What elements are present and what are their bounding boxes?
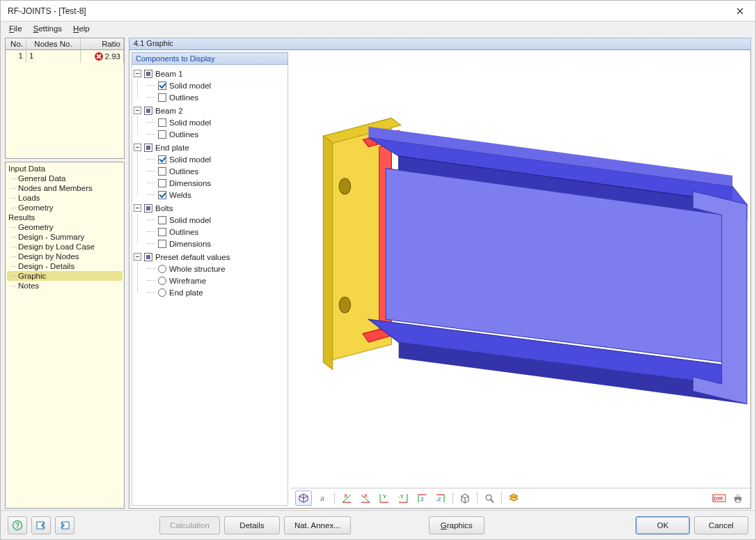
label-bolts[interactable]: Bolts [155, 204, 173, 213]
details-button[interactable]: Details [224, 516, 280, 534]
checkbox-bolts-outlines[interactable] [158, 228, 166, 236]
checkbox-bolts-dims[interactable] [158, 240, 166, 248]
cancel-button[interactable]: Cancel [694, 516, 748, 534]
checkbox-beam2-outlines[interactable] [158, 130, 166, 139]
nav-tree[interactable]: Input Data General Data Nodes and Member… [5, 162, 125, 509]
radio-whole-structure[interactable] [158, 265, 166, 273]
expander-icon[interactable] [134, 107, 141, 114]
radio-wireframe[interactable] [158, 277, 166, 285]
results-grid[interactable]: No. Nodes No. Ratio 1 1 2.93 [5, 38, 125, 159]
menu-help[interactable]: Help [69, 23, 94, 34]
calculation-button[interactable]: Calculation [159, 516, 220, 534]
cell-ratio: 2.93 [81, 50, 124, 63]
btn-dxf-export[interactable]: DXF [711, 491, 727, 506]
btn-text-tool[interactable]: a [314, 491, 331, 506]
checkbox-beam2-solid[interactable] [158, 118, 166, 127]
ok-button[interactable]: OK [636, 516, 690, 534]
nav-item-geometry[interactable]: Geometry [7, 203, 123, 213]
checkbox-beam2[interactable] [144, 107, 152, 115]
ratio-value: 2.93 [105, 52, 120, 61]
checkbox-presets[interactable] [144, 253, 152, 261]
menu-file[interactable]: File [5, 23, 26, 34]
label-beam1-solid[interactable]: Solid model [169, 82, 211, 90]
menu-settings[interactable]: Settings [29, 23, 67, 34]
prev-button[interactable] [31, 516, 51, 534]
window-close-button[interactable] [725, 1, 755, 22]
expander-icon[interactable] [134, 70, 141, 77]
box-icon [459, 493, 471, 504]
btn-box-view[interactable] [457, 491, 473, 506]
btn-view-neg-x[interactable]: -X [357, 491, 374, 506]
nav-item-nodes-members[interactable]: Nodes and Members [7, 183, 123, 193]
nav-item-notes[interactable]: Notes [7, 281, 123, 291]
checkbox-endplate-outlines[interactable] [158, 167, 166, 176]
label-beam2[interactable]: Beam 2 [155, 107, 183, 115]
axis-z-icon: Z [416, 493, 427, 504]
btn-layers[interactable] [505, 491, 522, 506]
btn-zoom-window[interactable] [481, 491, 498, 506]
label-endplate-outlines[interactable]: Outlines [169, 167, 198, 176]
axis-x-icon: X [341, 493, 352, 504]
checkbox-endplate-solid[interactable] [158, 155, 166, 164]
next-button[interactable] [55, 516, 74, 534]
label-beam1-outlines[interactable]: Outlines [169, 93, 198, 102]
col-header-nodes: Nodes No. [26, 38, 81, 49]
label-bolts-solid[interactable]: Solid model [169, 216, 211, 224]
nav-item-loads[interactable]: Loads [7, 193, 123, 203]
nav-section-results: Results [7, 213, 123, 222]
label-endplate-preset[interactable]: End plate [169, 288, 203, 297]
btn-isometric-view[interactable] [295, 491, 312, 506]
label-endplate[interactable]: End plate [155, 144, 189, 152]
checkbox-beam1[interactable] [144, 70, 152, 78]
cell-no: 1 [6, 50, 26, 63]
grid-row[interactable]: 1 1 2.93 [6, 50, 124, 63]
panel-body: Components to Display Beam 1 Solid model [129, 50, 751, 509]
tree-node-bolts: Bolts Solid model Outlines Dimensions [134, 201, 286, 250]
label-bolts-outlines[interactable]: Outlines [169, 228, 198, 236]
label-wireframe[interactable]: Wireframe [169, 277, 206, 285]
nav-item-design-loadcase[interactable]: Design by Load Case [7, 242, 123, 252]
label-beam2-solid[interactable]: Solid model [169, 118, 211, 127]
nav-item-graphic[interactable]: Graphic [7, 271, 123, 281]
btn-view-neg-z[interactable]: -Z [432, 491, 449, 506]
expander-icon[interactable] [134, 204, 141, 212]
btn-view-y[interactable]: Y [376, 491, 393, 506]
btn-view-z[interactable]: Z [414, 491, 430, 506]
nav-item-general-data[interactable]: General Data [7, 173, 123, 183]
label-whole[interactable]: Whole structure [169, 265, 226, 273]
label-beam2-outlines[interactable]: Outlines [169, 130, 198, 139]
components-tree[interactable]: Beam 1 Solid model Outlines [132, 65, 288, 506]
label-endplate-solid[interactable]: Solid model [169, 155, 211, 164]
col-header-no: No. [6, 38, 26, 49]
content-area: No. Nodes No. Ratio 1 1 2.93 Input Data … [1, 36, 755, 510]
btn-view-neg-y[interactable]: -Y [395, 491, 411, 506]
graphic-canvas[interactable] [291, 50, 750, 488]
label-bolts-dims[interactable]: Dimensions [169, 240, 211, 248]
label-endplate-welds[interactable]: Welds [169, 191, 191, 199]
radio-endplate[interactable] [158, 288, 166, 297]
expander-icon[interactable] [134, 144, 141, 151]
nat-annex-button[interactable]: Nat. Annex... [284, 516, 351, 534]
components-header: Components to Display [132, 52, 288, 65]
nav-item-design-details[interactable]: Design - Details [7, 261, 123, 271]
expander-icon[interactable] [134, 253, 141, 261]
checkbox-endplate-welds[interactable] [158, 191, 166, 199]
nav-item-design-nodes[interactable]: Design by Nodes [7, 252, 123, 261]
graphics-button[interactable]: Graphics [429, 516, 485, 534]
checkbox-beam1-outlines[interactable] [158, 93, 166, 102]
left-column: No. Nodes No. Ratio 1 1 2.93 Input Data … [5, 38, 125, 509]
nav-item-res-geometry[interactable]: Geometry [7, 222, 123, 232]
label-beam1[interactable]: Beam 1 [155, 70, 183, 78]
next-icon [59, 520, 70, 531]
checkbox-endplate-dims[interactable] [158, 179, 166, 187]
label-presets[interactable]: Preset default values [155, 253, 230, 261]
checkbox-endplate[interactable] [144, 144, 152, 152]
help-button[interactable]: ? [8, 516, 27, 534]
label-endplate-dims[interactable]: Dimensions [169, 179, 211, 187]
checkbox-beam1-solid[interactable] [158, 82, 166, 90]
nav-item-design-summary[interactable]: Design - Summary [7, 232, 123, 242]
checkbox-bolts[interactable] [144, 204, 152, 213]
btn-view-x[interactable]: X [338, 491, 355, 506]
checkbox-bolts-solid[interactable] [158, 216, 166, 224]
btn-print[interactable] [730, 491, 746, 506]
